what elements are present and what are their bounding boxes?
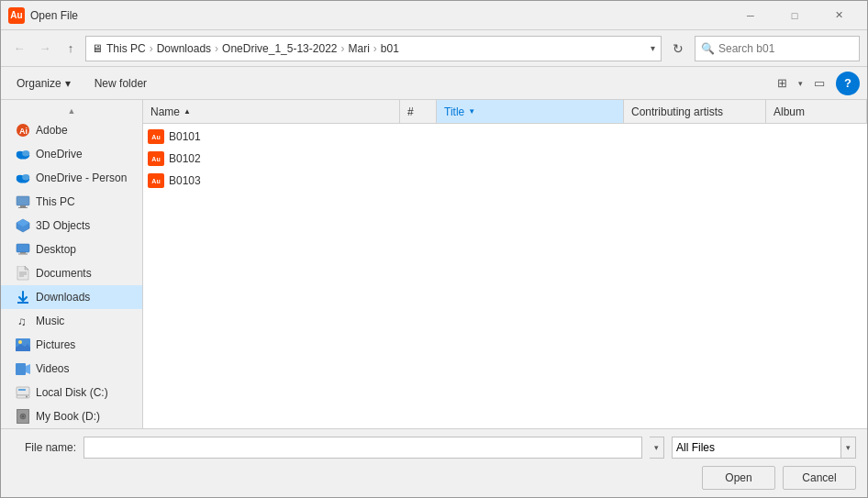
music-icon: ♫ [16,314,30,328]
refresh-button[interactable]: ↻ [665,36,691,61]
file-list-header: Name ▲ # Title ▼ Contributing artists Al… [143,100,867,124]
sidebar-item-this-pc[interactable]: This PC [1,190,142,214]
svg-text:Ai: Ai [19,127,28,136]
sidebar-item-pictures[interactable]: Pictures [1,333,142,357]
sidebar-label-desktop: Desktop [36,243,76,256]
col-header-album[interactable]: Album [766,100,867,123]
toolbar-right: ⊞ ▾ ▭ ? [769,72,860,95]
svg-point-22 [18,340,22,344]
svg-rect-10 [18,207,28,208]
filename-label: File name: [12,441,76,454]
sidebar-item-onedrive-personal[interactable]: OneDrive - Person [1,166,142,190]
file-item-b0102[interactable]: Au B0102 [143,148,867,170]
search-icon: 🔍 [701,42,715,55]
address-path[interactable]: 🖥 This PC › Downloads › OneDrive_1_5-13-… [85,36,662,61]
minimize-button[interactable]: ─ [729,2,772,29]
svg-rect-26 [17,387,29,395]
col-header-name[interactable]: Name ▲ [143,100,400,123]
svg-text:♫: ♫ [17,315,27,328]
file-item-b0103[interactable]: Au B0103 [143,170,867,192]
close-button[interactable]: ✕ [818,2,860,29]
filename-dropdown[interactable]: ▾ [650,437,664,459]
sidebar-item-music[interactable]: ♫ Music [1,309,142,333]
svg-point-7 [22,174,29,180]
sidebar-item-desktop[interactable]: Desktop [1,238,142,261]
sidebar-label-downloads: Downloads [36,291,90,304]
file-item-b0101[interactable]: Au B0101 [143,126,867,148]
sidebar-item-local-disk-c[interactable]: Local Disk (C:) [1,381,142,404]
sidebar-item-downloads[interactable]: Downloads [1,285,142,309]
back-button[interactable]: ← [8,38,30,60]
sidebar-item-documents[interactable]: Documents [1,261,142,285]
path-downloads: Downloads [157,42,211,55]
col-header-title[interactable]: Title ▼ [437,100,624,123]
app-icon-label: Au [10,10,22,20]
col-name-label: Name [150,105,180,118]
up-button[interactable]: ↑ [60,38,82,60]
file-icon-b0102: Au [147,149,165,168]
forward-button[interactable]: → [34,38,56,60]
sidebar-label-videos: Videos [36,362,69,375]
filetype-select[interactable]: All Files [672,437,841,459]
sidebar-label-onedrive-personal: OneDrive - Person [36,172,127,184]
toolbar: Organize ▾ New folder ⊞ ▾ ▭ ? [1,67,867,100]
new-folder-button[interactable]: New folder [86,72,155,95]
path-icon: 🖥 [92,42,103,55]
main-content: ▲ Ai Adobe [1,100,867,428]
svg-rect-13 [17,244,29,252]
file-list: Au B0101 Au B0102 Au B0103 [143,124,867,428]
sidebar-item-3d-objects[interactable]: 3D Objects [1,214,142,238]
search-input[interactable] [718,42,856,55]
col-title-label: Title [444,105,464,118]
cancel-button[interactable]: Cancel [783,466,856,490]
path-mari: Mari [348,42,369,55]
svg-point-4 [22,150,29,156]
col-artists-label: Contributing artists [631,105,723,118]
open-button[interactable]: Open [702,466,775,490]
bottom-bar: File name: ▾ All Files ▾ Open Cancel [1,428,867,497]
svg-marker-25 [26,364,30,374]
sidebar-item-my-book-d[interactable]: My Book (D:) [1,404,142,428]
filetype-label: All Files [676,441,715,454]
3d-objects-icon [16,218,30,233]
preview-pane-button[interactable]: ▭ [807,72,832,95]
col-header-contributing-artists[interactable]: Contributing artists [624,100,766,123]
buttons-row: Open Cancel [12,466,856,490]
help-button[interactable]: ? [836,72,860,95]
col-header-num[interactable]: # [400,100,437,123]
view-icon: ⊞ [777,76,787,90]
file-name-b0103: B0103 [165,174,863,187]
documents-icon [16,266,30,281]
file-name-b0102: B0102 [165,152,863,165]
filetype-dropdown[interactable]: ▾ [841,437,856,459]
view-toggle-button[interactable]: ⊞ [769,72,795,95]
view-dropdown-icon[interactable]: ▾ [798,79,803,88]
desktop-icon [16,242,30,257]
pictures-icon [16,338,30,352]
sidebar-scroll-up[interactable]: ▲ [1,104,142,118]
filetype-container: All Files ▾ [672,437,856,459]
help-icon: ? [844,76,851,90]
window-controls: ─ □ ✕ [729,2,860,29]
file-icon-b0103: Au [147,172,165,190]
file-name-b0101: B0101 [165,130,863,143]
sidebar-item-onedrive[interactable]: OneDrive [1,142,142,166]
svg-rect-9 [20,205,26,207]
sidebar-item-videos[interactable]: Videos [1,357,142,381]
path-b01: b01 [381,42,399,55]
maximize-button[interactable]: □ [773,2,816,29]
col-name-sort: ▲ [184,107,191,116]
local-disk-c-icon [16,385,30,400]
filename-input[interactable] [83,437,642,459]
organize-button[interactable]: Organize ▾ [8,72,79,95]
path-dropdown-icon[interactable]: ▾ [651,43,655,53]
au-icon: Au [148,129,164,144]
downloads-icon [16,290,30,304]
pane-icon: ▭ [814,76,825,90]
file-icon-b0101: Au [147,127,165,146]
new-folder-label: New folder [95,77,147,90]
col-num-label: # [407,105,414,118]
path-onedrive: OneDrive_1_5-13-2022 [222,42,337,55]
col-title-sort: ▼ [468,107,475,116]
sidebar-item-adobe[interactable]: Ai Adobe [1,118,142,142]
